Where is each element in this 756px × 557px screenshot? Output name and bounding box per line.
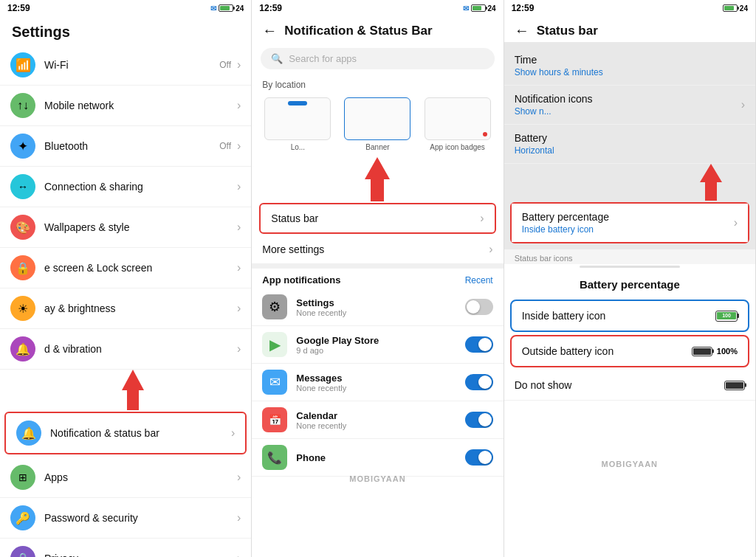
privacy-icon: 🔒 (10, 546, 35, 557)
app-item-playstore[interactable]: ▶ Google Play Store 9 d ago (252, 326, 503, 364)
recent-btn[interactable]: Recent (465, 275, 493, 286)
notif-icons-sub: Show n... (515, 106, 593, 117)
sidebar-item-notification[interactable]: 🔔 Notification & status bar › (4, 412, 247, 454)
phone-toggle[interactable] (465, 449, 493, 466)
gray-settings-section: Time Show hours & minutes Notification i… (504, 42, 755, 249)
sidebar-item-wifi[interactable]: 📶 Wi-Fi Off › (0, 45, 251, 86)
outside-battery-option-highlighted[interactable]: Outside battery icon 100% (510, 335, 749, 367)
status-bar-item[interactable]: Status bar › (261, 204, 494, 232)
brightness-label: ay & brightness (44, 302, 234, 314)
bluetooth-icon: ✦ (10, 134, 35, 159)
search-bar[interactable]: 🔍 Search for apps (261, 48, 494, 69)
password-icon: 🔑 (10, 505, 35, 530)
status-bar-item-highlighted[interactable]: Status bar › (259, 203, 495, 234)
panel-settings: 12:59 ✉ 24 Settings 📶 Wi-Fi Off › ↑↓ Mob… (0, 0, 252, 557)
app-item-messages[interactable]: ✉ Messages None recently (252, 364, 503, 401)
privacy-label: Privacy (44, 553, 234, 557)
sidebar-item-brightness[interactable]: ☀ ay & brightness › (0, 288, 251, 329)
sidebar-item-privacy[interactable]: 🔒 Privacy › (0, 539, 251, 557)
settings-toggle[interactable] (465, 299, 493, 315)
notif-icons-label: Notification icons (515, 93, 593, 105)
battery-pct-label: Battery percentage (522, 211, 609, 223)
battery-text-p1: 24 (236, 4, 244, 13)
inside-battery-label: Inside battery icon (522, 310, 606, 322)
status-icons-p2: ✉ 24 (463, 4, 496, 13)
time-setting-item[interactable]: Time Show hours & minutes (504, 46, 755, 86)
more-settings-label: More settings (262, 243, 486, 255)
inside-battery-option[interactable]: Inside battery icon 100 (512, 301, 748, 331)
battery-pct-title: Battery percentage (504, 269, 755, 297)
settings-group-misc: ⊞ Apps › 🔑 Password & security › 🔒 Priva… (0, 457, 251, 557)
playstore-name: Google Play Store (296, 335, 464, 346)
wifi-value: Off (219, 60, 231, 70)
sidebar-item-wallpaper[interactable]: 🎨 Wallpapers & style › (0, 207, 251, 248)
more-settings-item[interactable]: More settings › (252, 235, 503, 264)
wallpaper-arrow-icon: › (237, 221, 241, 234)
page-title-p1: Settings (0, 16, 251, 45)
back-arrow-icon[interactable]: ← (262, 22, 277, 39)
do-not-show-option[interactable]: Do not show (504, 370, 755, 401)
settings-app-icon: ⚙ (262, 294, 287, 319)
notification-icon: 🔔 (16, 421, 41, 446)
notif-icons-arrow: › (741, 98, 745, 111)
panel-notification-statusbar: 12:59 ✉ 24 ← Notification & Status Bar 🔍… (252, 0, 504, 557)
password-arrow-icon: › (237, 511, 241, 525)
messages-icon: ✉ (262, 370, 287, 395)
notifications-setting-item[interactable]: Notification icons Show n... › (504, 86, 755, 125)
inside-battery-icon-demo: 100 (715, 311, 738, 322)
time-setting-sub: Show hours & minutes (515, 67, 603, 77)
status-icons-p1: ✉ 24 (210, 4, 244, 13)
sidebar-item-mobile[interactable]: ↑↓ Mobile network › (0, 86, 251, 126)
sidebar-item-bluetooth[interactable]: ✦ Bluetooth Off › (0, 126, 251, 167)
battery-setting-sub: Horizontal (515, 145, 554, 156)
battery-setting-item[interactable]: Battery Horizontal (504, 125, 755, 164)
back-arrow-icon-p3[interactable]: ← (515, 22, 529, 39)
settings-group-display: 🎨 Wallpapers & style › 🔒 e screen & Lock… (0, 207, 251, 370)
time-p3: 12:59 (512, 3, 535, 13)
search-icon: 🔍 (271, 53, 283, 64)
outside-battery-option[interactable]: Outside battery icon 100% (512, 336, 748, 366)
wallpaper-icon: 🎨 (10, 215, 35, 240)
battery-pct-item[interactable]: Battery percentage Inside battery icon › (512, 204, 748, 242)
notification-dot-icon-p2: ✉ (463, 4, 469, 13)
messages-toggle[interactable] (465, 374, 493, 390)
sidebar-item-vibration[interactable]: 🔔 d & vibration › (0, 329, 251, 370)
app-item-calendar[interactable]: 📅 Calendar None recently (252, 401, 503, 439)
svg-marker-1 (365, 157, 390, 201)
battery-pct-item-highlighted[interactable]: Battery percentage Inside battery icon › (510, 202, 749, 243)
battery-text-p3: 24 (740, 4, 748, 13)
sidebar-item-password[interactable]: 🔑 Password & security › (0, 498, 251, 539)
arrow-down-p3 (504, 164, 755, 201)
watermark-p3: MOBIGYAAN (602, 460, 658, 468)
app-item-phone[interactable]: 📞 Phone (252, 439, 503, 477)
loc-option-banner[interactable]: Banner (340, 97, 414, 151)
time-p2: 12:59 (259, 3, 282, 13)
playstore-icon: ▶ (262, 332, 287, 357)
sidebar-item-apps[interactable]: ⊞ Apps › (0, 457, 251, 498)
calendar-toggle[interactable] (465, 412, 493, 428)
playstore-toggle[interactable] (465, 336, 493, 353)
mobile-icon: ↑↓ (10, 93, 35, 118)
loc-label-banner: Banner (365, 143, 389, 151)
panel2-title: Notification & Status Bar (284, 24, 432, 38)
battery-status-icon-p3 (723, 4, 738, 12)
settings-group-connectivity: 📶 Wi-Fi Off › ↑↓ Mobile network › ✦ Blue… (0, 45, 251, 207)
app-item-settings[interactable]: ⚙ Settings None recently (252, 288, 503, 326)
inside-battery-option-highlighted[interactable]: Inside battery icon 100 (510, 300, 749, 332)
battery-pct-section: Battery percentage Inside battery icon 1… (504, 269, 755, 401)
battery-pct-arrow: › (734, 216, 738, 229)
loc-box-banner (344, 97, 410, 140)
lockscreen-icon: 🔒 (10, 255, 35, 280)
battery-setting-label: Battery (515, 132, 554, 144)
settings-app-sub: None recently (296, 308, 464, 317)
sidebar-item-lockscreen[interactable]: 🔒 e screen & Lock screen › (0, 248, 251, 288)
sidebar-item-connection[interactable]: ↔ Connection & sharing › (0, 167, 251, 207)
app-notif-label: App notifications (262, 274, 340, 286)
loc-label-lock: Lo... (291, 143, 305, 151)
mobile-arrow-icon: › (237, 99, 241, 112)
loc-option-lock[interactable]: Lo... (261, 97, 334, 151)
wifi-icon: 📶 (10, 52, 35, 77)
svg-marker-0 (122, 370, 144, 410)
loc-option-badges[interactable]: App icon badges (421, 97, 495, 151)
outside-battery-demo: 100% (692, 347, 738, 356)
